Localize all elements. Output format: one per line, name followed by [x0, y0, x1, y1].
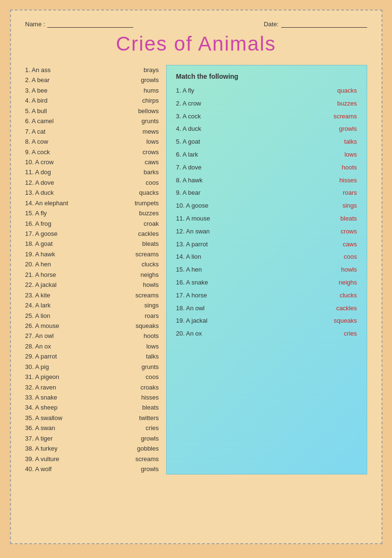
list-item: 8. A cowlows [25, 137, 159, 147]
list-item: 6. A camelgrunts [25, 116, 159, 126]
list-item: 2. A beargrowls [25, 75, 159, 85]
match-sound: quacks [275, 86, 357, 96]
list-item: 33. A snakehisses [25, 392, 159, 402]
match-item: 18. An owlcackles [176, 304, 357, 314]
animal-sound: howls [121, 280, 159, 290]
animal-sound: hoots [121, 331, 159, 341]
match-item: 14. A lioncoos [176, 252, 357, 262]
match-sound: coos [275, 252, 357, 262]
list-item: 9. A cockcrows [25, 147, 159, 157]
left-list: 1. An assbrays2. A beargrowls3. A beehum… [25, 65, 159, 474]
list-item: 10. A crowcaws [25, 157, 159, 167]
list-item: 3. A beehums [25, 85, 159, 95]
list-item: 13. A duckquacks [25, 188, 159, 198]
animal-sound: brays [121, 65, 159, 75]
match-animal: 11. A mouse [176, 214, 258, 224]
animal-name: 5. A bull [25, 106, 47, 116]
animal-sound: twitters [121, 413, 159, 423]
match-sound: howls [275, 265, 357, 275]
match-item: 15. A henhowls [176, 265, 357, 275]
match-sound: hoots [275, 163, 357, 173]
animal-name: 29. A parrot [25, 351, 57, 361]
animal-sound: trumpets [121, 198, 159, 208]
match-animal: 4. A duck [176, 124, 258, 134]
match-animal: 14. A lion [176, 252, 258, 262]
animal-name: 8. A cow [25, 137, 48, 147]
date-line [281, 20, 367, 28]
animal-name: 16. A frog [25, 219, 52, 229]
match-sound: neighs [275, 278, 357, 288]
animal-name: 36. A swan [25, 423, 55, 433]
match-item: 7. A dovehoots [176, 163, 357, 173]
animal-sound: coos [121, 178, 159, 188]
animal-name: 23. A kite [25, 290, 51, 300]
animal-name: 15. A fly [25, 208, 47, 218]
animal-sound: cries [121, 423, 159, 433]
match-animal: 3. A cock [176, 112, 258, 122]
animal-sound: crows [121, 147, 159, 157]
animal-sound: bleats [121, 239, 159, 249]
match-item: 4. A duckgrowls [176, 124, 357, 134]
name-field: Name : [25, 20, 134, 28]
name-label: Name : [25, 21, 45, 28]
match-animal: 1. A fly [176, 86, 258, 96]
date-field: Date: [264, 20, 367, 28]
match-sound: talks [275, 137, 357, 147]
match-sound: cackles [275, 304, 357, 314]
list-item: 1. An assbrays [25, 65, 159, 75]
match-item: 1. A flyquacks [176, 86, 357, 96]
animal-name: 24. A lark [25, 300, 51, 310]
animal-sound: barks [121, 167, 159, 177]
list-item: 25. A lionroars [25, 311, 159, 321]
animal-name: 28. An ox [25, 341, 51, 351]
list-item: 4. A birdchirps [25, 95, 159, 105]
list-item: 12. A dovecoos [25, 178, 159, 188]
animal-name: 39. A vulture [25, 454, 60, 464]
match-animal: 9. A bear [176, 188, 258, 198]
match-sound: roars [275, 188, 357, 198]
animal-sound: clucks [121, 259, 159, 269]
content-area: 1. An assbrays2. A beargrowls3. A beehum… [25, 65, 367, 474]
animal-name: 13. A duck [25, 188, 54, 198]
match-item: 6. A larklows [176, 150, 357, 160]
animal-sound: bellows [121, 106, 159, 116]
list-item: 17. A goosecackles [25, 229, 159, 239]
match-sound: lows [275, 150, 357, 160]
animal-name: 25. A lion [25, 311, 51, 321]
list-item: 24. A larksings [25, 300, 159, 310]
animal-sound: lows [121, 341, 159, 351]
animal-sound: growls [121, 75, 159, 85]
animal-sound: bleats [121, 402, 159, 412]
animal-sound: caws [121, 157, 159, 167]
list-item: 23. A kitescreams [25, 290, 159, 300]
list-item: 7. A catmews [25, 126, 159, 137]
animal-sound: talks [121, 351, 159, 361]
match-sound: crows [275, 227, 357, 237]
animal-name: 40. A wolf [25, 464, 52, 474]
match-sound: buzzes [275, 99, 357, 109]
list-item: 22. A jackalhowls [25, 280, 159, 290]
match-sound: growls [275, 124, 357, 134]
match-animal: 6. A lark [176, 150, 258, 160]
animal-name: 1. An ass [25, 65, 51, 75]
animal-name: 7. A cat [25, 126, 46, 137]
match-animal: 10. A goose [176, 201, 258, 211]
list-item: 21. A horseneighs [25, 270, 159, 280]
match-item: 2. A crowbuzzes [176, 99, 357, 109]
animal-name: 38. A turkey [25, 443, 58, 453]
list-item: 15. A flybuzzes [25, 208, 159, 218]
match-sound: hisses [275, 176, 357, 186]
list-item: 11. A dogbarks [25, 167, 159, 177]
list-item: 18. A goatbleats [25, 239, 159, 249]
list-item: 30. A piggrunts [25, 362, 159, 372]
match-animal: 12. An swan [176, 227, 258, 237]
animal-sound: grunts [121, 362, 159, 372]
animal-name: 20. A hen [25, 259, 51, 269]
match-sound: sings [275, 201, 357, 211]
animal-sound: squeaks [121, 321, 159, 331]
animal-name: 30. A pig [25, 362, 49, 372]
list-item: 20. A henclucks [25, 259, 159, 269]
animal-name: 34. A sheep [25, 402, 58, 412]
animal-name: 11. A dog [25, 167, 51, 177]
match-animal: 17. A horse [176, 291, 258, 301]
